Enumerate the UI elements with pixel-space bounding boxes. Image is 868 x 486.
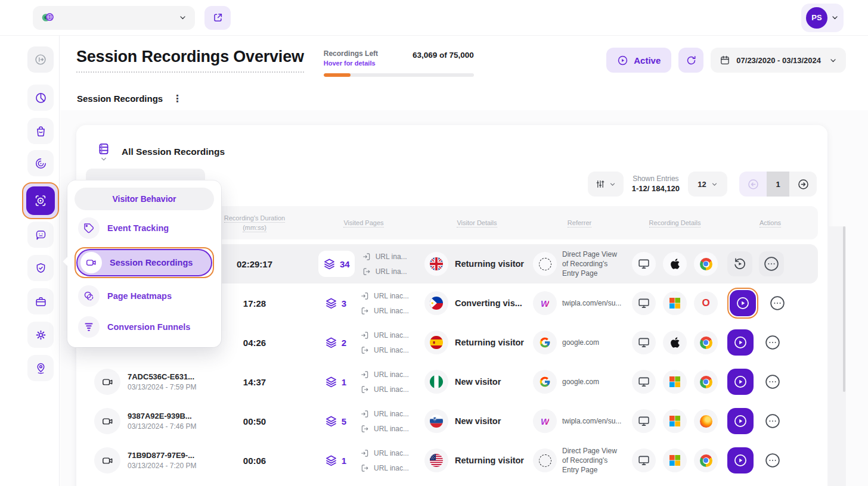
play-recording-button[interactable] — [727, 329, 754, 356]
entry-url[interactable]: URL inac... — [374, 410, 409, 418]
device-icon-chip — [632, 448, 656, 472]
columns-filter-button[interactable] — [588, 172, 624, 197]
entry-url[interactable]: URL ina... — [376, 253, 407, 261]
visited-pages-count[interactable]: 1 — [318, 447, 353, 473]
tab-options-kebab[interactable]: ⋮ — [172, 93, 182, 104]
sidebar-item-settings[interactable] — [27, 322, 54, 348]
recordings-source-selector[interactable] — [97, 142, 111, 163]
visited-pages-count[interactable]: 3 — [318, 290, 353, 316]
website-selector[interactable] — [33, 6, 195, 30]
visited-pages-count[interactable]: 2 — [318, 329, 353, 356]
opera-icon: O — [702, 297, 709, 309]
exit-url[interactable]: URL inac... — [374, 346, 409, 354]
row-menu-button[interactable] — [760, 448, 785, 473]
user-menu[interactable]: PS — [801, 4, 844, 32]
recording-id-cell[interactable]: 7ADC536C-E631... 03/13/2024 - 7:59 PM — [94, 369, 196, 395]
referrer-text: Direct Page View of Recording's Entry Pa… — [562, 446, 624, 475]
sidebar-item-privacy[interactable] — [27, 255, 54, 281]
flag-us-icon — [430, 454, 443, 467]
highlighted-play-button[interactable] — [727, 288, 758, 319]
recording-id-cell[interactable]: 71B9D877-97E9-... 03/13/2024 - 7:20 PM — [94, 447, 196, 473]
date-range-value: 07/23/2020 - 03/13/2024 — [736, 56, 821, 65]
exit-url[interactable]: URL inac... — [374, 425, 409, 433]
browser-icon-chip — [694, 252, 718, 276]
visited-pages-count[interactable]: 34 — [318, 251, 355, 277]
table-row[interactable]: 71B9D877-97E9-... 03/13/2024 - 7:20 PM 0… — [86, 441, 818, 480]
collapse-icon — [34, 53, 47, 66]
row-menu-button[interactable] — [760, 409, 785, 434]
recording-id: 9387A92E-939B... — [128, 412, 196, 420]
date-range-picker[interactable]: 07/23/2020 - 03/13/2024 — [711, 48, 846, 73]
sidebar-item-visitor-behavior[interactable] — [22, 182, 59, 219]
referrer-text: google.com — [562, 338, 599, 347]
menu-item-session-recordings[interactable]: Session Recordings — [76, 249, 212, 276]
visited-pages-count[interactable]: 5 — [318, 408, 353, 434]
recordings-left-hint[interactable]: Hover for details — [324, 60, 378, 67]
sidebar-item-communication[interactable] — [27, 222, 54, 248]
play-recording-button[interactable] — [727, 447, 754, 473]
recording-datetime: 03/13/2024 - 7:59 PM — [128, 383, 196, 391]
entry-url[interactable]: URL inac... — [374, 449, 409, 457]
active-status-button[interactable]: Active — [606, 48, 671, 73]
play-recording-button[interactable] — [730, 290, 756, 316]
shield-icon — [35, 262, 47, 275]
browser-icon-chip — [694, 370, 718, 394]
flag-gb-icon — [430, 257, 443, 270]
sidebar-item-ecommerce[interactable] — [27, 118, 54, 144]
menu-item-label: Page Heatmaps — [107, 291, 172, 301]
refresh-button[interactable] — [678, 48, 703, 73]
column-header: Actions — [723, 218, 818, 228]
topbar: PS — [0, 0, 868, 36]
referrer-icon-chip — [533, 331, 557, 354]
row-menu-button[interactable] — [760, 330, 785, 355]
sidebar-item-dashboard[interactable] — [27, 85, 54, 111]
entry-url[interactable]: URL inac... — [374, 331, 409, 339]
play-recording-button[interactable] — [727, 369, 754, 395]
flag-chip — [424, 409, 448, 433]
chevron-down-icon — [609, 181, 616, 188]
open-website-button[interactable] — [204, 6, 231, 30]
table-row[interactable]: 9387A92E-939B... 03/13/2024 - 7:46 PM 00… — [86, 401, 818, 441]
row-menu-button[interactable] — [760, 369, 785, 394]
prev-page-button[interactable] — [739, 172, 767, 197]
sidebar-item-company[interactable] — [27, 288, 54, 314]
menu-item-event-tracking[interactable]: Event Tracking — [75, 215, 214, 241]
flag-chip — [424, 370, 448, 394]
menu-item-page-heatmaps[interactable]: Page Heatmaps — [75, 283, 214, 309]
scrollbar-thumb[interactable] — [843, 226, 845, 392]
device-icon-chip — [632, 252, 656, 276]
arrow-right-circle-icon — [797, 178, 810, 191]
row-menu-button[interactable] — [765, 291, 790, 316]
exit-page-icon — [360, 306, 370, 316]
exit-url[interactable]: URL inac... — [374, 307, 409, 315]
sidebar-item-collapse-sidebar[interactable] — [27, 46, 54, 73]
resume-recording-button[interactable] — [727, 251, 752, 276]
exit-url[interactable]: URL inac... — [374, 385, 409, 394]
visited-pages-count[interactable]: 1 — [318, 369, 353, 395]
row-menu-button[interactable] — [759, 251, 784, 276]
scrollbar-track[interactable] — [829, 226, 846, 486]
exit-url[interactable]: URL ina... — [376, 267, 407, 276]
tab-session-recordings[interactable]: Session Recordings ⋮ — [76, 86, 199, 112]
pagination: 1 — [739, 172, 817, 197]
sidebar-item-visitors[interactable] — [27, 150, 54, 176]
firefox-icon — [700, 415, 712, 428]
table-row[interactable]: 7ADC536C-E631... 03/13/2024 - 7:59 PM 14… — [86, 362, 818, 401]
chevron-down-icon — [711, 181, 718, 188]
chevron-down-icon — [829, 57, 837, 64]
recording-id-cell[interactable]: 9387A92E-939B... 03/13/2024 - 7:46 PM — [94, 408, 196, 434]
entry-url[interactable]: URL inac... — [374, 370, 409, 379]
page-size-select[interactable]: 12 — [688, 172, 727, 197]
menu-item-conversion-funnels[interactable]: Conversion Funnels — [75, 314, 214, 340]
entry-url[interactable]: URL inac... — [374, 292, 409, 300]
visitor-type: Converting vis... — [455, 298, 522, 308]
visitor-type: Returning visitor — [455, 259, 524, 269]
exit-url[interactable]: URL inac... — [374, 464, 409, 472]
next-page-button[interactable] — [789, 172, 817, 197]
play-recording-button[interactable] — [727, 408, 754, 434]
recording-duration: 02:29:17 — [237, 259, 272, 269]
chevron-down-icon — [831, 14, 839, 21]
camera-icon — [94, 447, 120, 473]
layers-icon — [325, 454, 337, 467]
sidebar-item-location[interactable] — [27, 355, 54, 381]
